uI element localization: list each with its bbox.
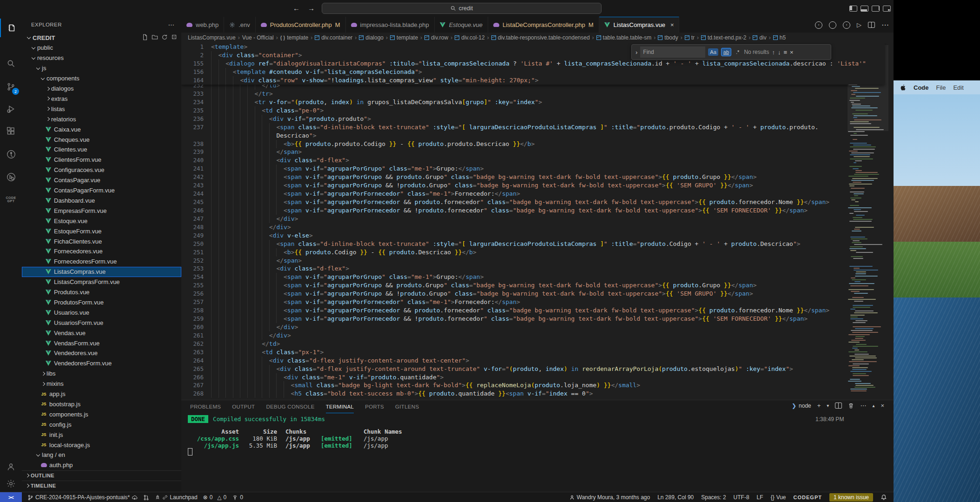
editor-tab-.env[interactable]: .env [224,17,256,33]
nav-forward-icon[interactable]: → [308,4,315,12]
explorer-item-ContasPagar.vue[interactable]: ContasPagar.vue [22,175,181,185]
menu-app-name[interactable]: Code [914,84,929,91]
collapse-all-icon[interactable] [171,34,178,40]
codegpt-status-item[interactable]: CODEGPT [794,495,822,500]
breadcrumb-item[interactable]: div.table-responsive.table-condensed [491,34,590,41]
accounts-icon[interactable] [0,457,22,476]
explorer-item-dialogos[interactable]: dialogos [22,84,181,94]
codegpt-icon[interactable]: CODEGPT [0,190,22,209]
split-terminal-icon[interactable] [835,403,842,409]
explorer-item-VendedoresForm.vue[interactable]: VendedoresForm.vue [22,358,181,369]
explorer-item-relatorios[interactable]: relatorios [22,114,181,124]
extensions-icon[interactable] [0,122,22,140]
breadcrumb-item[interactable]: dialogo [359,34,384,41]
problems-item[interactable]: ⊗0 △0 [203,494,227,501]
panel-tab-OUTPUT[interactable]: OUTPUT [232,401,255,413]
breadcrumb-item[interactable]: ListasCompras.vue [188,34,236,41]
explorer-item-OUTLINE[interactable]: OUTLINE [22,470,181,481]
explorer-item-EmpresasForm.vue[interactable]: EmpresasForm.vue [22,205,181,216]
eol-item[interactable]: LF [757,494,763,501]
editor-tab-web.php[interactable]: web.php [181,17,224,33]
split-editor-icon[interactable] [868,22,875,28]
explorer-item-auth.php[interactable]: auth.php [22,460,181,470]
toggle-secondary-sidebar-icon[interactable] [872,6,880,12]
find-prev-icon[interactable]: ↑ [772,49,775,56]
new-terminal-icon[interactable]: + [817,402,821,409]
extension-b-icon[interactable] [0,168,22,186]
search-sidebar-icon[interactable] [0,54,22,73]
explorer-more-actions-icon[interactable]: ⋯ [168,21,175,28]
explorer-item-lang / en[interactable]: lang / en [22,450,181,460]
settings-gear-icon[interactable] [0,474,22,493]
menu-edit[interactable]: Edit [953,84,963,91]
breadcrumb-item[interactable]: tbody [658,34,678,41]
new-file-icon[interactable] [142,34,148,40]
breadcrumb-item[interactable]: h5 [773,34,786,41]
known-issue-badge[interactable]: 1 known issue [829,493,873,502]
editor-tab-Estoque.vue[interactable]: Estoque.vue [435,17,488,33]
explorer-item-Estoque.vue[interactable]: Estoque.vue [22,216,181,226]
whole-word-button[interactable]: ab [721,48,731,56]
breadcrumb-item[interactable]: div.col-12 [455,34,484,41]
explorer-item-Clientes.vue[interactable]: Clientes.vue [22,145,181,155]
pull-request-item[interactable] [143,495,149,501]
panel-tab-TERMINAL[interactable]: TERMINAL [326,401,354,413]
explorer-item-components.js[interactable]: JScomponents.js [22,409,181,419]
menu-file[interactable]: File [936,84,946,91]
nav-back-circle-icon[interactable]: ‹ [815,21,822,29]
editor-tab-ListasCompras.vue[interactable]: ListasCompras.vue× [599,17,680,33]
remote-indicator[interactable]: >< [0,492,22,502]
breadcrumb-item[interactable]: div.row [424,34,448,41]
run-debug-icon[interactable] [0,99,22,118]
maximize-panel-icon[interactable]: ▴ [872,403,874,408]
explorer-item-bootstrap.js[interactable]: JSbootstrap.js [22,399,181,409]
explorer-item-ListasComprasForm.vue[interactable]: ListasComprasForm.vue [22,277,181,287]
explorer-item-FornecedoresForm.vue[interactable]: FornecedoresForm.vue [22,257,181,267]
minimap[interactable] [848,45,885,396]
breadcrumb-item[interactable]: template [390,34,418,41]
find-input[interactable] [640,46,705,58]
explorer-item-Configuracoes.vue[interactable]: Configuracoes.vue [22,165,181,175]
explorer-item-libs[interactable]: libs [22,369,181,379]
panel-tab-PORTS[interactable]: PORTS [365,401,384,413]
explorer-item-FichaClientes.vue[interactable]: FichaClientes.vue [22,236,181,246]
terminal-shell-label[interactable]: ❯node [792,403,811,409]
customize-layout-icon[interactable] [883,6,891,12]
explorer-item-Vendedores.vue[interactable]: Vendedores.vue [22,348,181,358]
explorer-item-Cheques.vue[interactable]: Cheques.vue [22,134,181,145]
editor-more-actions-icon[interactable]: ⋯ [881,20,889,29]
regex-button[interactable]: .* [734,48,741,56]
git-blame-item[interactable]: Wandry Moura, 3 months ago [569,494,650,501]
breadcrumb-item[interactable]: Vue - Official [242,34,274,41]
nav-forward-circle-icon[interactable]: › [843,21,850,29]
kill-terminal-icon[interactable] [848,403,854,409]
find-expand-icon[interactable]: › [636,49,637,56]
explorer-item-Produtos.vue[interactable]: Produtos.vue [22,287,181,297]
explorer-item-ProdutosForm.vue[interactable]: ProdutosForm.vue [22,297,181,307]
explorer-icon[interactable] [0,19,22,37]
command-center-search[interactable]: credit [322,3,602,14]
explorer-item-VendasForm.vue[interactable]: VendasForm.vue [22,338,181,348]
explorer-item-extras[interactable]: extras [22,93,181,104]
explorer-item-Vendas.vue[interactable]: Vendas.vue [22,328,181,338]
new-folder-icon[interactable] [152,34,158,40]
explorer-item-EstoqueForm.vue[interactable]: EstoqueForm.vue [22,226,181,236]
explorer-item-js[interactable]: js [22,63,181,73]
breadcrumb-item[interactable]: td.text-end.px-2 [701,34,746,41]
terminal-dropdown-icon[interactable]: ▾ [827,403,829,408]
find-close-icon[interactable]: × [790,49,794,56]
explorer-item-Usuarios.vue[interactable]: Usuarios.vue [22,307,181,317]
panel-more-actions-icon[interactable]: ⋯ [860,402,866,409]
explorer-item-TIMELINE[interactable]: TIMELINE [22,481,181,491]
explorer-item-Dashboard.vue[interactable]: Dashboard.vue [22,195,181,205]
refresh-icon[interactable] [161,34,168,40]
editor-tab-ListaDeComprasController.php[interactable]: ListaDeComprasController.phpM [488,17,599,33]
explorer-item-app.js[interactable]: JSapp.js [22,389,181,399]
nav-dot-circle-icon[interactable] [829,21,836,29]
explorer-item-resources[interactable]: resources [22,53,181,63]
explorer-item-listas[interactable]: listas [22,104,181,114]
panel-tab-PROBLEMS[interactable]: PROBLEMS [190,401,221,413]
match-case-button[interactable]: Aa [708,48,718,56]
encoding-item[interactable]: UTF-8 [734,494,749,501]
explorer-item-local-storage.js[interactable]: JSlocal-storage.js [22,440,181,450]
